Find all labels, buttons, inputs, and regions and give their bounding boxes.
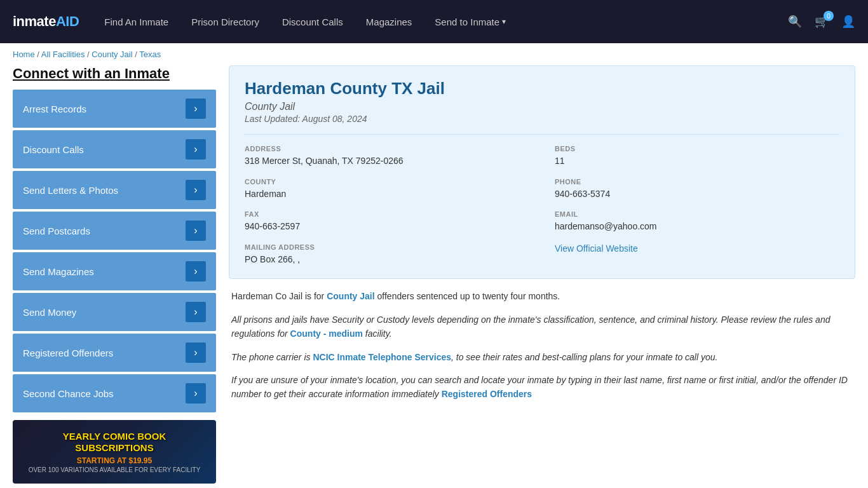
address-value: 318 Mercer St, Quanah, TX 79252-0266 — [245, 155, 529, 168]
logo[interactable]: inmateAID — [13, 13, 79, 30]
facility-type: County Jail — [245, 101, 839, 112]
arrow-icon: › — [186, 98, 206, 119]
user-icon[interactable]: 👤 — [841, 15, 855, 29]
nav-magazines[interactable]: Magazines — [366, 17, 412, 27]
email-value: hardemanso@yahoo.com — [555, 220, 839, 233]
site-header: inmateAID Find An Inmate Prison Director… — [0, 0, 868, 43]
desc-registered-offenders-link[interactable]: Registered Offenders — [442, 389, 532, 399]
detail-address: ADDRESS 318 Mercer St, Quanah, TX 79252-… — [245, 145, 529, 168]
logo-text: inmateAID — [13, 13, 79, 30]
detail-website: View Official Website — [555, 243, 839, 266]
detail-county: COUNTY Hardeman — [245, 178, 529, 201]
arrow-icon: › — [186, 180, 206, 200]
main-nav: Find An Inmate Prison Directory Discount… — [104, 17, 763, 27]
header-icons: 🔍 🛒 0 👤 — [788, 15, 855, 29]
detail-beds: BEDS 11 — [555, 145, 839, 168]
sidebar-item-send-letters[interactable]: Send Letters & Photos › — [13, 171, 216, 209]
detail-email: EMAIL hardemanso@yahoo.com — [555, 210, 839, 233]
nav-prison-directory[interactable]: Prison Directory — [191, 17, 259, 27]
sidebar-item-label: Send Magazines — [23, 266, 94, 277]
main-container: Connect with an Inmate Arrest Records › … — [0, 65, 868, 488]
desc-p2: All prisons and jails have Security or C… — [231, 313, 853, 341]
facility-updated: Last Updated: August 08, 2024 — [245, 114, 839, 124]
description: Hardeman Co Jail is for County Jail offe… — [229, 289, 855, 401]
ad-subtitle: OVER 100 VARIATIONS AVAILABLE FOR EVERY … — [29, 466, 201, 473]
ad-title: YEARLY COMIC BOOKSUBSCRIPTIONS — [63, 431, 166, 454]
sidebar-item-label: Send Money — [23, 307, 76, 318]
address-label: ADDRESS — [245, 145, 529, 152]
sidebar-item-label: Send Letters & Photos — [23, 185, 118, 196]
desc-p3: The phone carrier is NCIC Inmate Telepho… — [231, 350, 853, 364]
nav-send-to-inmate[interactable]: Send to Inmate ▾ — [435, 17, 506, 27]
beds-value: 11 — [555, 155, 839, 168]
breadcrumb: Home / All Facilities / County Jail / Te… — [0, 43, 868, 65]
sidebar-menu: Arrest Records › Discount Calls › Send L… — [13, 90, 216, 412]
search-icon[interactable]: 🔍 — [788, 15, 802, 29]
arrow-icon: › — [186, 302, 206, 322]
detail-phone: PHONE 940-663-5374 — [555, 178, 839, 201]
breadcrumb-all-facilities[interactable]: All Facilities — [41, 50, 85, 59]
cart-badge: 0 — [824, 11, 834, 21]
facility-card: Hardeman County TX Jail County Jail Last… — [229, 65, 855, 279]
arrow-icon: › — [186, 139, 206, 159]
email-label: EMAIL — [555, 210, 839, 218]
fax-value: 940-663-2597 — [245, 220, 529, 233]
sidebar-item-label: Discount Calls — [23, 144, 84, 155]
county-label: COUNTY — [245, 178, 529, 186]
detail-fax: FAX 940-663-2597 — [245, 210, 529, 233]
desc-p4: If you are unsure of your inmate's locat… — [231, 373, 853, 402]
ad-banner[interactable]: YEARLY COMIC BOOKSUBSCRIPTIONS STARTING … — [13, 420, 216, 484]
sidebar-item-registered-offenders[interactable]: Registered Offenders › — [13, 334, 216, 372]
sidebar-item-discount-calls[interactable]: Discount Calls › — [13, 130, 216, 168]
sidebar-item-label: Registered Offenders — [23, 348, 113, 358]
sidebar-title: Connect with an Inmate — [13, 65, 216, 82]
breadcrumb-county-jail[interactable]: County Jail — [92, 50, 132, 59]
arrow-icon: › — [186, 342, 206, 363]
desc-county-jail-link[interactable]: County Jail — [327, 291, 374, 301]
arrow-icon: › — [186, 383, 206, 403]
breadcrumb-texas[interactable]: Texas — [139, 50, 161, 59]
nav-find-inmate[interactable]: Find An Inmate — [104, 17, 168, 27]
nav-discount-calls[interactable]: Discount Calls — [282, 17, 343, 27]
content-area: Hardeman County TX Jail County Jail Last… — [229, 65, 855, 484]
arrow-icon: › — [186, 220, 206, 241]
detail-mailing-address: MAILING ADDRESS PO Box 266, , — [245, 243, 529, 266]
sidebar: Connect with an Inmate Arrest Records › … — [13, 65, 216, 484]
sidebar-item-arrest-records[interactable]: Arrest Records › — [13, 90, 216, 128]
sidebar-item-second-chance-jobs[interactable]: Second Chance Jobs › — [13, 374, 216, 412]
phone-value: 940-663-5374 — [555, 188, 839, 201]
sidebar-item-label: Send Postcards — [23, 226, 90, 236]
sidebar-item-label: Arrest Records — [23, 104, 86, 114]
desc-county-medium-link[interactable]: County - medium — [290, 329, 363, 339]
facility-name: Hardeman County TX Jail — [245, 79, 839, 98]
beds-label: BEDS — [555, 145, 839, 152]
cart-icon[interactable]: 🛒 0 — [815, 15, 829, 29]
chevron-down-icon: ▾ — [502, 17, 506, 26]
phone-label: PHONE — [555, 178, 839, 186]
sidebar-item-send-postcards[interactable]: Send Postcards › — [13, 212, 216, 250]
fax-label: FAX — [245, 210, 529, 218]
county-value: Hardeman — [245, 188, 529, 201]
sidebar-item-send-magazines[interactable]: Send Magazines › — [13, 252, 216, 290]
website-link[interactable]: View Official Website — [555, 243, 638, 254]
mailing-address-value: PO Box 266, , — [245, 254, 529, 266]
desc-ncic-link[interactable]: NCIC Inmate Telephone Services — [313, 352, 451, 362]
details-grid: ADDRESS 318 Mercer St, Quanah, TX 79252-… — [245, 134, 839, 266]
sidebar-item-label: Second Chance Jobs — [23, 388, 114, 399]
arrow-icon: › — [186, 261, 206, 281]
breadcrumb-home[interactable]: Home — [13, 50, 35, 59]
sidebar-item-send-money[interactable]: Send Money › — [13, 293, 216, 331]
ad-price: STARTING AT $19.95 — [77, 456, 152, 465]
mailing-address-label: MAILING ADDRESS — [245, 243, 529, 251]
desc-p1: Hardeman Co Jail is for County Jail offe… — [231, 289, 853, 303]
